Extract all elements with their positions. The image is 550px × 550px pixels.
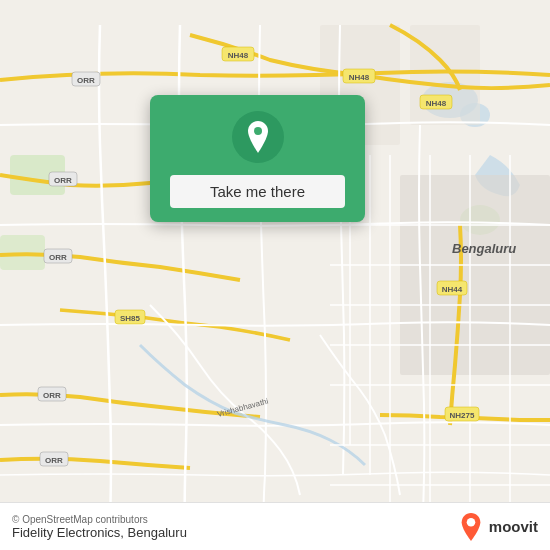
svg-text:NH48: NH48 xyxy=(349,73,370,82)
svg-point-47 xyxy=(467,518,476,527)
svg-text:SH85: SH85 xyxy=(120,314,141,323)
svg-rect-7 xyxy=(410,25,480,125)
map-svg: ORR ORR ORR ORR ORR NH48 NH48 NH48 SH85 … xyxy=(0,0,550,550)
location-label: Fidelity Electronics, Bengaluru xyxy=(12,525,187,540)
svg-text:ORR: ORR xyxy=(45,456,63,465)
moovit-logo: moovit xyxy=(457,513,538,541)
location-card: Take me there xyxy=(150,95,365,222)
bottom-left-info: © OpenStreetMap contributors Fidelity El… xyxy=(12,514,187,540)
location-icon-circle xyxy=(232,111,284,163)
svg-text:NH44: NH44 xyxy=(442,285,463,294)
map-pin-icon xyxy=(244,121,272,153)
svg-text:ORR: ORR xyxy=(49,253,67,262)
svg-text:NH275: NH275 xyxy=(450,411,475,420)
moovit-text: moovit xyxy=(489,518,538,535)
take-me-there-button[interactable]: Take me there xyxy=(170,175,345,208)
svg-text:ORR: ORR xyxy=(77,76,95,85)
map-container: ORR ORR ORR ORR ORR NH48 NH48 NH48 SH85 … xyxy=(0,0,550,550)
moovit-icon xyxy=(457,513,485,541)
svg-text:NH48: NH48 xyxy=(228,51,249,60)
svg-text:Bengaluru: Bengaluru xyxy=(452,241,516,256)
svg-text:ORR: ORR xyxy=(54,176,72,185)
bottom-bar: © OpenStreetMap contributors Fidelity El… xyxy=(0,502,550,550)
copyright-text: © OpenStreetMap contributors xyxy=(12,514,187,525)
svg-point-46 xyxy=(254,127,262,135)
svg-text:NH48: NH48 xyxy=(426,99,447,108)
svg-text:ORR: ORR xyxy=(43,391,61,400)
